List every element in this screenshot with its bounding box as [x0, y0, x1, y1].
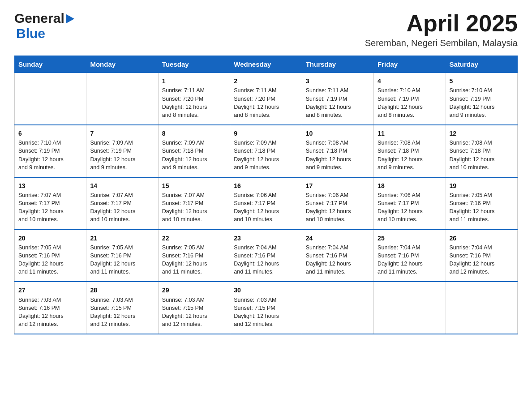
calendar-cell: 1Sunrise: 7:11 AMSunset: 7:20 PMDaylight… [158, 73, 230, 125]
day-number: 14 [90, 181, 154, 190]
calendar-week-2: 6Sunrise: 7:10 AMSunset: 7:19 PMDaylight… [15, 125, 518, 177]
cell-info: Sunrise: 7:03 AMSunset: 7:15 PMDaylight:… [90, 296, 154, 329]
cell-info: Sunrise: 7:05 AMSunset: 7:16 PMDaylight:… [450, 191, 514, 224]
calendar-cell [374, 282, 446, 334]
calendar-cell: 12Sunrise: 7:08 AMSunset: 7:18 PMDayligh… [446, 125, 517, 177]
day-number: 12 [450, 129, 514, 138]
day-number: 3 [306, 77, 370, 86]
day-number: 9 [234, 129, 298, 138]
day-number: 23 [234, 234, 298, 243]
calendar-cell [446, 282, 517, 334]
calendar-cell [15, 73, 86, 125]
day-number: 20 [18, 234, 82, 243]
cell-info: Sunrise: 7:08 AMSunset: 7:18 PMDaylight:… [306, 139, 370, 171]
calendar-cell: 20Sunrise: 7:05 AMSunset: 7:16 PMDayligh… [15, 230, 86, 282]
calendar-cell: 18Sunrise: 7:06 AMSunset: 7:17 PMDayligh… [374, 177, 446, 230]
svg-marker-0 [66, 14, 74, 23]
calendar-cell: 28Sunrise: 7:03 AMSunset: 7:15 PMDayligh… [86, 282, 158, 334]
day-number: 24 [306, 234, 370, 243]
title-block: April 2025 Seremban, Negeri Sembilan, Ma… [365, 11, 518, 48]
calendar-cell: 23Sunrise: 7:04 AMSunset: 7:16 PMDayligh… [230, 230, 302, 282]
cell-info: Sunrise: 7:11 AMSunset: 7:19 PMDaylight:… [306, 86, 370, 119]
calendar-cell: 6Sunrise: 7:10 AMSunset: 7:19 PMDaylight… [15, 125, 86, 177]
calendar-cell [86, 73, 158, 125]
day-number: 26 [450, 234, 514, 243]
cell-info: Sunrise: 7:03 AMSunset: 7:15 PMDaylight:… [162, 296, 226, 329]
calendar-cell: 19Sunrise: 7:05 AMSunset: 7:16 PMDayligh… [446, 177, 517, 230]
weekday-header-thursday: Thursday [302, 56, 373, 73]
calendar-cell: 26Sunrise: 7:04 AMSunset: 7:16 PMDayligh… [446, 230, 517, 282]
day-number: 15 [162, 181, 226, 190]
logo-general: General [14, 11, 64, 26]
cell-info: Sunrise: 7:04 AMSunset: 7:16 PMDaylight:… [306, 244, 370, 276]
calendar-cell: 30Sunrise: 7:03 AMSunset: 7:15 PMDayligh… [230, 282, 302, 334]
cell-info: Sunrise: 7:09 AMSunset: 7:19 PMDaylight:… [90, 139, 154, 171]
cell-info: Sunrise: 7:05 AMSunset: 7:16 PMDaylight:… [162, 244, 226, 276]
cell-info: Sunrise: 7:07 AMSunset: 7:17 PMDaylight:… [162, 191, 226, 224]
cell-info: Sunrise: 7:06 AMSunset: 7:17 PMDaylight:… [378, 191, 442, 224]
cell-info: Sunrise: 7:11 AMSunset: 7:20 PMDaylight:… [234, 86, 298, 119]
day-number: 21 [90, 234, 154, 243]
logo: General Blue [14, 11, 74, 41]
day-number: 19 [450, 181, 514, 190]
day-number: 7 [90, 129, 154, 138]
day-number: 1 [162, 77, 226, 86]
cell-info: Sunrise: 7:06 AMSunset: 7:17 PMDaylight:… [234, 191, 298, 224]
calendar-cell: 7Sunrise: 7:09 AMSunset: 7:19 PMDaylight… [86, 125, 158, 177]
calendar-cell: 13Sunrise: 7:07 AMSunset: 7:17 PMDayligh… [15, 177, 86, 230]
day-number: 11 [378, 129, 442, 138]
weekday-header-saturday: Saturday [446, 56, 517, 73]
calendar-cell: 15Sunrise: 7:07 AMSunset: 7:17 PMDayligh… [158, 177, 230, 230]
weekday-header-wednesday: Wednesday [230, 56, 302, 73]
calendar-week-4: 20Sunrise: 7:05 AMSunset: 7:16 PMDayligh… [15, 230, 518, 282]
calendar-cell: 8Sunrise: 7:09 AMSunset: 7:18 PMDaylight… [158, 125, 230, 177]
weekday-header-monday: Monday [86, 56, 158, 73]
calendar-cell: 16Sunrise: 7:06 AMSunset: 7:17 PMDayligh… [230, 177, 302, 230]
day-number: 22 [162, 234, 226, 243]
cell-info: Sunrise: 7:07 AMSunset: 7:17 PMDaylight:… [18, 191, 82, 224]
logo-triangle-icon [66, 14, 74, 25]
weekday-header-friday: Friday [374, 56, 446, 73]
calendar-cell: 10Sunrise: 7:08 AMSunset: 7:18 PMDayligh… [302, 125, 373, 177]
day-number: 13 [18, 181, 82, 190]
calendar-cell: 22Sunrise: 7:05 AMSunset: 7:16 PMDayligh… [158, 230, 230, 282]
day-number: 6 [18, 129, 82, 138]
calendar-table: SundayMondayTuesdayWednesdayThursdayFrid… [14, 56, 518, 334]
cell-info: Sunrise: 7:10 AMSunset: 7:19 PMDaylight:… [450, 86, 514, 119]
month-title: April 2025 [365, 11, 518, 36]
calendar-cell: 25Sunrise: 7:04 AMSunset: 7:16 PMDayligh… [374, 230, 446, 282]
calendar-cell [302, 282, 373, 334]
weekday-header-tuesday: Tuesday [158, 56, 230, 73]
calendar-week-5: 27Sunrise: 7:03 AMSunset: 7:16 PMDayligh… [15, 282, 518, 334]
day-number: 10 [306, 129, 370, 138]
calendar-cell: 2Sunrise: 7:11 AMSunset: 7:20 PMDaylight… [230, 73, 302, 125]
cell-info: Sunrise: 7:04 AMSunset: 7:16 PMDaylight:… [234, 244, 298, 276]
day-number: 16 [234, 181, 298, 190]
calendar-cell: 14Sunrise: 7:07 AMSunset: 7:17 PMDayligh… [86, 177, 158, 230]
cell-info: Sunrise: 7:07 AMSunset: 7:17 PMDaylight:… [90, 191, 154, 224]
logo-blue: Blue [16, 26, 45, 41]
cell-info: Sunrise: 7:09 AMSunset: 7:18 PMDaylight:… [162, 139, 226, 171]
cell-info: Sunrise: 7:03 AMSunset: 7:15 PMDaylight:… [234, 296, 298, 329]
calendar-week-1: 1Sunrise: 7:11 AMSunset: 7:20 PMDaylight… [15, 73, 518, 125]
calendar-cell: 4Sunrise: 7:10 AMSunset: 7:19 PMDaylight… [374, 73, 446, 125]
calendar-cell: 17Sunrise: 7:06 AMSunset: 7:17 PMDayligh… [302, 177, 373, 230]
day-number: 5 [450, 77, 514, 86]
calendar-cell: 29Sunrise: 7:03 AMSunset: 7:15 PMDayligh… [158, 282, 230, 334]
cell-info: Sunrise: 7:08 AMSunset: 7:18 PMDaylight:… [378, 139, 442, 171]
weekday-header-sunday: Sunday [15, 56, 86, 73]
day-number: 4 [378, 77, 442, 86]
location-title: Seremban, Negeri Sembilan, Malaysia [365, 38, 518, 48]
day-number: 17 [306, 181, 370, 190]
cell-info: Sunrise: 7:08 AMSunset: 7:18 PMDaylight:… [450, 139, 514, 171]
calendar-cell: 11Sunrise: 7:08 AMSunset: 7:18 PMDayligh… [374, 125, 446, 177]
cell-info: Sunrise: 7:03 AMSunset: 7:16 PMDaylight:… [18, 296, 82, 329]
weekday-header-row: SundayMondayTuesdayWednesdayThursdayFrid… [15, 56, 518, 73]
calendar-cell: 3Sunrise: 7:11 AMSunset: 7:19 PMDaylight… [302, 73, 373, 125]
cell-info: Sunrise: 7:10 AMSunset: 7:19 PMDaylight:… [378, 86, 442, 119]
day-number: 30 [234, 286, 298, 295]
cell-info: Sunrise: 7:11 AMSunset: 7:20 PMDaylight:… [162, 86, 226, 119]
calendar-cell: 24Sunrise: 7:04 AMSunset: 7:16 PMDayligh… [302, 230, 373, 282]
calendar-week-3: 13Sunrise: 7:07 AMSunset: 7:17 PMDayligh… [15, 177, 518, 230]
cell-info: Sunrise: 7:10 AMSunset: 7:19 PMDaylight:… [18, 139, 82, 171]
